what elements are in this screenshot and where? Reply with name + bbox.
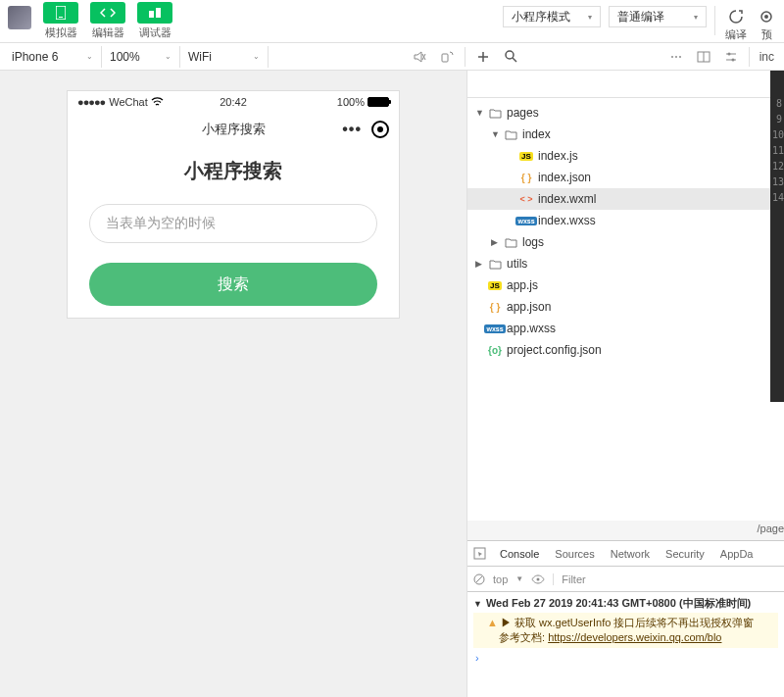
inspect-icon[interactable] [473,547,486,560]
menu-icon[interactable]: ••• [342,121,362,138]
tree-item-index-js[interactable]: JSindex.js [467,145,784,167]
svg-rect-2 [149,11,154,18]
eye-icon[interactable] [531,574,545,584]
svg-rect-8 [442,54,448,62]
wxss-icon: wxss [487,324,503,333]
console-timestamp: Wed Feb 27 2019 20:41:43 GMT+0800 (中国标准时… [486,596,751,611]
tree-chevron: ▶ [475,259,485,269]
debugger-button[interactable] [137,2,172,24]
tab-console[interactable]: Console [498,548,541,560]
network-select[interactable]: WiFi ⌄ [180,46,269,68]
tree-item-index-json[interactable]: { }index.json [467,167,784,188]
tab-network[interactable]: Network [609,548,652,560]
console-timestamp-row[interactable]: ▼ Wed Feb 27 2019 20:41:43 GMT+0800 (中国标… [473,596,778,611]
close-icon[interactable] [371,121,389,138]
tab-appdata[interactable]: AppDa [718,548,756,560]
code-breadcrumb: /page [467,521,784,540]
tree-item-app-wxss[interactable]: wxssapp.wxss [467,318,784,339]
sim-content: 小程序搜索 当表单为空的时候 搜索 [68,146,399,318]
context-select[interactable]: top [493,573,508,585]
file-tree-toolbar [467,71,784,98]
js-icon: JS [518,152,534,161]
svg-point-22 [537,577,540,580]
svg-point-5 [764,15,768,19]
chevron-down-icon: ⌄ [165,52,172,61]
folder-icon [503,237,518,248]
separator [465,47,466,67]
json-icon: { } [518,173,534,183]
search-button[interactable] [499,46,522,68]
simulator-panel: ●●●●● WeChat 20:42 100% 小程序搜索 ••• [0,71,466,697]
battery-indicator: 100% [337,96,389,108]
file-tree: ▼pages▼indexJSindex.js{ }index.json< >in… [467,98,784,365]
zoom-select-value: 100% [110,50,140,64]
zoom-select[interactable]: 100% ⌄ [102,46,180,68]
clear-icon[interactable] [473,573,485,585]
tree-item-index-wxss[interactable]: wxssindex.wxss [467,210,784,231]
editor-tab[interactable]: inc [754,50,780,64]
warn-doc-prefix: 参考文档: [499,631,548,643]
tree-chevron: ▶ [491,237,501,247]
devtools-filter-bar: top ▼ Filter [467,567,784,592]
warn-prefix: ▶ 获取 [501,617,539,628]
tree-item-label: app.wxss [507,322,556,335]
tree-item-app-json[interactable]: { }app.json [467,296,784,318]
tab-security[interactable]: Security [663,548,707,560]
editor-button[interactable] [90,2,125,24]
tree-item-index-wxml[interactable]: < >index.wxml [467,188,784,210]
svg-line-21 [476,576,482,582]
wxml-icon: < > [518,194,534,204]
tree-item-label: index [522,127,551,141]
tree-item-label: app.json [507,300,551,314]
svg-rect-3 [156,8,161,18]
tree-item-index[interactable]: ▼index [467,124,784,145]
tree-item-label: project.config.json [507,343,602,357]
svg-point-17 [727,52,730,55]
preview-label: 预 [761,27,772,42]
folder-icon [487,108,503,119]
preview-button[interactable] [755,6,778,27]
simulator-frame: ●●●●● WeChat 20:42 100% 小程序搜索 ••• [67,90,400,319]
device-select[interactable]: iPhone 6 ⌄ [4,46,102,68]
svg-line-12 [513,58,516,62]
console-body: ▼ Wed Feb 27 2019 20:41:43 GMT+0800 (中国标… [467,592,784,697]
chevron-down-icon: ▼ [515,574,523,583]
more-button[interactable]: ⋯ [664,46,688,68]
filter-input[interactable]: Filter [553,573,778,585]
network-select-value: WiFi [188,50,212,64]
tree-item-logs[interactable]: ▶logs [467,231,784,253]
split-button[interactable] [692,46,715,68]
warn-code: wx.getUserInfo [539,617,611,628]
json-icon: { } [487,302,503,313]
devtools-panel: Console Sources Network Security AppDa t… [467,540,784,697]
compile-button[interactable] [724,6,748,27]
rotate-button[interactable] [435,46,459,68]
chevron-down-icon: ▾ [588,13,592,22]
warn-suffix: 接口后续将不再出现授权弹窗 [611,617,754,628]
compile-select[interactable]: 普通编译 ▾ [609,6,707,27]
battery-icon [368,97,389,107]
warn-doc-link[interactable]: https://developers.weixin.qq.com/blo [548,631,721,643]
status-time: 20:42 [220,96,247,108]
separator [749,47,750,67]
tree-item-label: utils [507,257,527,271]
page-title: 小程序搜索 [89,158,377,184]
sim-status-bar: ●●●●● WeChat 20:42 100% [68,91,399,113]
add-button[interactable] [471,46,495,68]
tree-item-label: index.wxml [538,192,596,206]
mode-select[interactable]: 小程序模式 ▾ [503,6,601,27]
mute-button[interactable] [408,46,431,68]
editor-label: 编辑器 [92,25,124,40]
compile-label: 编译 [725,27,747,42]
tree-item-pages[interactable]: ▼pages [467,102,784,124]
tree-item-utils[interactable]: ▶utils [467,253,784,274]
search-input[interactable]: 当表单为空的时候 [89,204,377,243]
tab-sources[interactable]: Sources [553,548,596,560]
console-prompt[interactable]: › [473,652,778,664]
settings-button[interactable] [719,46,743,68]
search-button[interactable]: 搜索 [89,263,377,306]
simulator-button[interactable] [43,2,78,24]
app-icon [8,6,31,29]
tree-item-project-config-json[interactable]: {o}project.config.json [467,339,784,361]
tree-item-app-js[interactable]: JSapp.js [467,274,784,296]
